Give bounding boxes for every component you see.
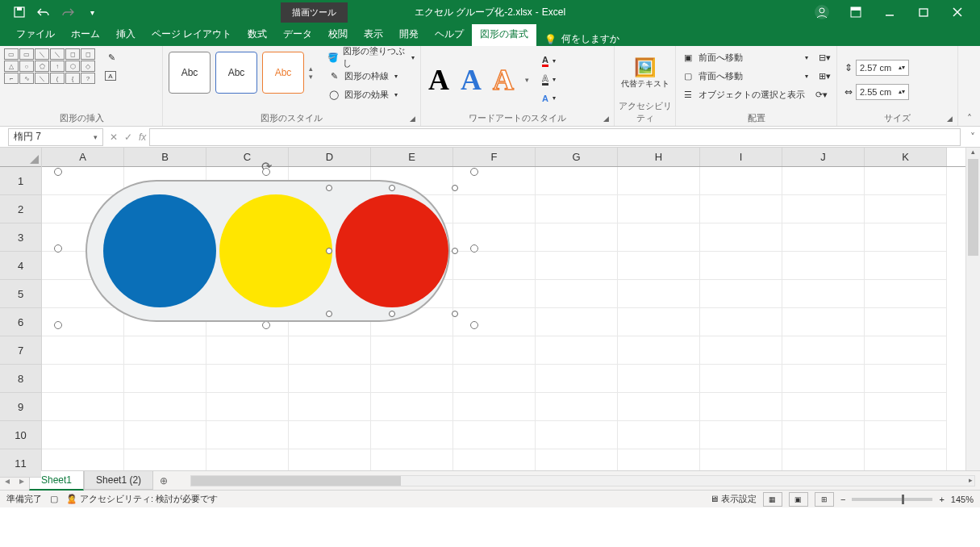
accessibility-check[interactable]: 🙎 アクセシビリティ: 検討が必要です bbox=[66, 493, 218, 505]
cell[interactable] bbox=[124, 421, 206, 449]
page-break-view-icon[interactable]: ⊞ bbox=[815, 492, 834, 507]
zoom-in-icon[interactable]: + bbox=[939, 495, 944, 504]
column-header[interactable]: H bbox=[618, 148, 700, 166]
dialog-launcher-icon[interactable]: ◢ bbox=[410, 115, 415, 123]
cell[interactable] bbox=[618, 336, 700, 365]
cell[interactable] bbox=[536, 252, 618, 280]
page-layout-view-icon[interactable]: ▣ bbox=[789, 492, 808, 507]
tab-file[interactable]: ファイル bbox=[8, 23, 63, 46]
row-header[interactable]: 6 bbox=[0, 308, 41, 336]
expand-formula-bar-icon[interactable]: ˅ bbox=[965, 132, 980, 143]
cell[interactable] bbox=[453, 449, 536, 470]
zoom-out-icon[interactable]: − bbox=[840, 495, 845, 504]
cell[interactable] bbox=[536, 393, 618, 421]
display-settings[interactable]: 🖥 表示設定 bbox=[710, 493, 757, 505]
cell[interactable] bbox=[453, 365, 536, 393]
cell[interactable] bbox=[206, 365, 289, 393]
cell[interactable] bbox=[42, 393, 124, 421]
tell-me[interactable]: 💡 何をしますか bbox=[536, 32, 628, 46]
sheet-tab-2[interactable]: Sheet1 (2) bbox=[84, 471, 153, 490]
shape-gallery[interactable]: ▭▭＼＼◻◻ △○⬠↑⬡◇ ⌐∿＼({? bbox=[4, 48, 95, 84]
cell[interactable] bbox=[536, 223, 618, 252]
cell[interactable] bbox=[782, 252, 865, 280]
cell[interactable] bbox=[536, 308, 618, 336]
shape-effects-button[interactable]: ◯図形の効果▾ bbox=[324, 86, 418, 103]
cell[interactable] bbox=[289, 449, 371, 470]
close-icon[interactable] bbox=[941, 1, 974, 23]
dialog-launcher-icon[interactable]: ◢ bbox=[947, 115, 953, 123]
cell[interactable] bbox=[700, 223, 782, 252]
shape-height-input[interactable]: 2.57 cm▴▾ bbox=[856, 60, 909, 76]
cell[interactable] bbox=[289, 365, 371, 393]
shape-outline-button[interactable]: ✎図形の枠線▾ bbox=[324, 67, 418, 85]
cell[interactable] bbox=[124, 336, 206, 365]
tab-review[interactable]: 校閲 bbox=[320, 23, 356, 46]
row-header[interactable]: 7 bbox=[0, 336, 41, 365]
tab-help[interactable]: ヘルプ bbox=[427, 23, 472, 46]
tab-shape-format[interactable]: 図形の書式 bbox=[472, 23, 536, 46]
cell[interactable] bbox=[865, 223, 947, 252]
cell[interactable] bbox=[371, 421, 453, 449]
zoom-slider[interactable] bbox=[852, 498, 932, 501]
row-header[interactable]: 5 bbox=[0, 280, 41, 308]
shape-fill-button[interactable]: 🪣図形の塗りつぶし▾ bbox=[324, 48, 418, 66]
new-sheet-icon[interactable]: ⊕ bbox=[153, 475, 174, 486]
cell[interactable] bbox=[536, 195, 618, 223]
cell[interactable] bbox=[536, 365, 618, 393]
selection-pane-button[interactable]: ☰オブジェクトの選択と表示⟳▾ bbox=[678, 86, 834, 103]
row-header[interactable]: 3 bbox=[0, 223, 41, 252]
group-icon[interactable]: ⊞▾ bbox=[819, 71, 831, 81]
cell[interactable] bbox=[865, 252, 947, 280]
edit-shape-button[interactable]: ✎ bbox=[102, 48, 121, 66]
row-header[interactable]: 4 bbox=[0, 252, 41, 280]
row-header[interactable]: 1 bbox=[0, 167, 41, 195]
cell[interactable] bbox=[124, 393, 206, 421]
collapse-ribbon-icon[interactable]: ˄ bbox=[967, 113, 972, 124]
cell[interactable] bbox=[618, 365, 700, 393]
cell[interactable] bbox=[700, 365, 782, 393]
account-icon[interactable] bbox=[806, 1, 838, 23]
cell[interactable] bbox=[42, 421, 124, 449]
dialog-launcher-icon[interactable]: ◢ bbox=[603, 115, 609, 123]
cell[interactable] bbox=[453, 421, 536, 449]
cell[interactable] bbox=[206, 449, 289, 470]
formula-input[interactable] bbox=[149, 128, 961, 146]
text-outline-button[interactable]: A▾ bbox=[539, 71, 559, 89]
inner-selection[interactable] bbox=[329, 188, 455, 314]
cell[interactable] bbox=[536, 449, 618, 470]
cell[interactable] bbox=[453, 393, 536, 421]
cell[interactable] bbox=[782, 421, 865, 449]
cell[interactable] bbox=[700, 421, 782, 449]
column-header[interactable]: G bbox=[536, 148, 618, 166]
shape-style-gallery[interactable]: Abc Abc Abc ▴▾ bbox=[165, 48, 316, 97]
cell[interactable] bbox=[124, 365, 206, 393]
align-icon[interactable]: ⊟▾ bbox=[819, 52, 831, 63]
cell[interactable] bbox=[618, 223, 700, 252]
cell[interactable] bbox=[782, 308, 865, 336]
text-effects-button[interactable]: A▾ bbox=[539, 90, 559, 107]
cell[interactable] bbox=[865, 449, 947, 470]
cell[interactable] bbox=[453, 336, 536, 365]
horizontal-scrollbar[interactable]: ◂▸ bbox=[190, 475, 975, 486]
tab-data[interactable]: データ bbox=[275, 23, 320, 46]
zoom-level[interactable]: 145% bbox=[951, 495, 974, 504]
cell[interactable] bbox=[782, 195, 865, 223]
column-header[interactable]: C bbox=[206, 148, 289, 166]
cell[interactable] bbox=[536, 421, 618, 449]
column-header[interactable]: E bbox=[371, 148, 453, 166]
text-box-button[interactable]: A bbox=[102, 67, 121, 85]
cell[interactable] bbox=[782, 393, 865, 421]
column-header[interactable]: J bbox=[782, 148, 865, 166]
cell[interactable] bbox=[618, 393, 700, 421]
rotate-icon[interactable]: ⟳▾ bbox=[815, 90, 828, 100]
cell[interactable] bbox=[865, 308, 947, 336]
cell[interactable] bbox=[618, 252, 700, 280]
save-icon[interactable] bbox=[8, 2, 31, 22]
maximize-icon[interactable] bbox=[907, 1, 940, 23]
cell[interactable] bbox=[42, 449, 124, 470]
undo-icon[interactable] bbox=[32, 2, 55, 22]
cell[interactable] bbox=[42, 336, 124, 365]
tab-formulas[interactable]: 数式 bbox=[240, 23, 275, 46]
macro-record-icon[interactable]: ▢ bbox=[50, 494, 58, 504]
ribbon-options-icon[interactable] bbox=[840, 1, 872, 23]
